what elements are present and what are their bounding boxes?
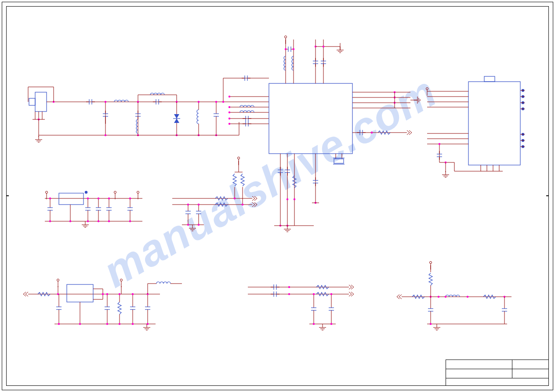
- tvs-diode: [173, 102, 180, 135]
- rf-input-chain: [28, 76, 269, 142]
- svg-rect-81: [484, 76, 495, 82]
- svg-rect-80: [468, 82, 520, 165]
- matching-network: [397, 262, 511, 331]
- svg-rect-16: [35, 92, 47, 111]
- svg-rect-132: [67, 284, 93, 302]
- regulator-1: [45, 191, 142, 227]
- schematic-canvas: manualshive.com: [6, 6, 549, 386]
- regulator-2: [23, 279, 182, 331]
- svg-rect-106: [59, 193, 83, 205]
- coupling-block: [248, 284, 354, 330]
- svg-marker-36: [174, 119, 179, 123]
- svg-rect-17: [29, 98, 35, 105]
- svg-marker-35: [174, 114, 179, 119]
- watermark-text: manualshive.com: [95, 67, 445, 297]
- right-connector: [426, 76, 525, 177]
